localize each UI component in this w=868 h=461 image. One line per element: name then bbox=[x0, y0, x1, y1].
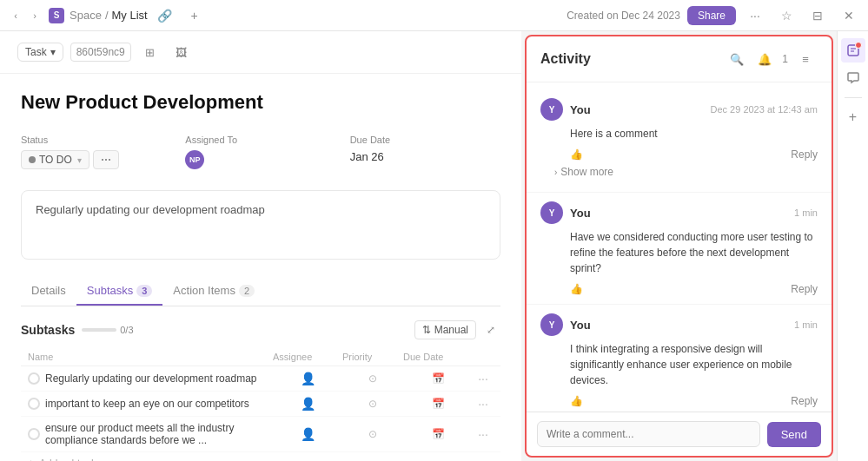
col-actions bbox=[473, 352, 494, 362]
close-icon[interactable]: ✕ bbox=[837, 3, 861, 28]
comment-header: Y You Dec 29 2023 at 12:43 am bbox=[540, 98, 818, 121]
expand-button[interactable]: ⤢ bbox=[481, 320, 500, 339]
sidebar-divider bbox=[845, 97, 862, 98]
subtask-menu-button[interactable]: ··· bbox=[473, 427, 494, 441]
status-badge[interactable]: TO DO ▾ bbox=[21, 150, 89, 169]
nav-back[interactable]: ‹ bbox=[7, 7, 24, 24]
add-tab-icon[interactable]: + bbox=[182, 3, 207, 28]
task-content: New Product Development Status TO DO ▾ ⋯ bbox=[0, 74, 521, 461]
tab-subtasks-label: Subtasks bbox=[87, 284, 133, 297]
subtask-assignee[interactable]: 👤 bbox=[273, 397, 342, 411]
reply-button[interactable]: Reply bbox=[791, 395, 818, 407]
minimize-icon[interactable]: ⊟ bbox=[805, 3, 830, 28]
comment-input[interactable] bbox=[537, 421, 760, 447]
comment-user: You bbox=[570, 319, 591, 332]
comment-user: You bbox=[570, 103, 591, 116]
reply-button[interactable]: Reply bbox=[791, 283, 818, 295]
subtask-name-text: important to keep an eye on our competit… bbox=[45, 398, 249, 410]
comment-text: Here is a comment bbox=[540, 126, 818, 142]
subtask-status-icon[interactable] bbox=[28, 372, 40, 385]
subtasks-table: Name Assignee Priority Due date Regularl… bbox=[21, 348, 500, 461]
subtask-menu-button[interactable]: ··· bbox=[473, 372, 494, 385]
due-date-text[interactable]: Jan 26 bbox=[350, 150, 384, 163]
activity-composer: Send bbox=[527, 412, 832, 456]
tab-subtasks[interactable]: Subtasks 3 bbox=[76, 277, 163, 306]
nav-forward[interactable]: › bbox=[26, 7, 43, 24]
comment-header: Y You 1 min bbox=[540, 313, 818, 336]
comment-user: You bbox=[570, 207, 591, 220]
subtask-assignee[interactable]: 👤 bbox=[273, 372, 342, 385]
like-button[interactable]: 👍 bbox=[570, 148, 583, 161]
show-more-button[interactable]: › Show more bbox=[540, 161, 818, 183]
subtask-name[interactable]: Regularly updating our development roadm… bbox=[28, 372, 273, 385]
status-value: TO DO ▾ ⋯ bbox=[21, 150, 171, 169]
priority-icon: ⊙ bbox=[368, 372, 377, 385]
tab-action-items[interactable]: Action Items 2 bbox=[162, 277, 265, 306]
reply-button[interactable]: Reply bbox=[791, 148, 818, 161]
activity-header: Activity 🔍 🔔 1 ≡ bbox=[527, 36, 832, 82]
comment-header: Y You 1 min bbox=[540, 201, 818, 224]
image-icon[interactable]: 🖼 bbox=[169, 40, 194, 64]
status-extra-badge[interactable]: ⋯ bbox=[93, 150, 119, 169]
show-more-label: Show more bbox=[560, 166, 613, 178]
assignee-icon: 👤 bbox=[301, 372, 315, 385]
subtask-due-date[interactable]: 📅 bbox=[403, 398, 473, 410]
chat-sidebar-button[interactable] bbox=[841, 66, 865, 90]
avatar: Y bbox=[540, 313, 563, 336]
task-type-button[interactable]: Task ▾ bbox=[17, 43, 63, 62]
subtask-assignee[interactable]: 👤 bbox=[273, 427, 342, 441]
link-icon[interactable]: 🔗 bbox=[153, 3, 177, 28]
col-name: Name bbox=[28, 352, 273, 362]
comment-item: Y You Dec 29 2023 at 12:43 am Here is a … bbox=[527, 89, 832, 193]
tab-details[interactable]: Details bbox=[21, 277, 76, 306]
layout-icon[interactable]: ⊞ bbox=[138, 40, 162, 64]
task-description[interactable]: Regularly updating our development roadm… bbox=[21, 190, 500, 260]
subtask-name[interactable]: ensure our product meets all the industr… bbox=[28, 422, 273, 446]
subtask-due-date[interactable]: 📅 bbox=[403, 428, 473, 440]
star-icon[interactable]: ☆ bbox=[774, 3, 798, 28]
subtask-status-icon[interactable] bbox=[28, 428, 40, 440]
search-icon[interactable]: 🔍 bbox=[725, 47, 749, 71]
assignee-icon: 👤 bbox=[301, 427, 315, 441]
subtask-priority[interactable]: ⊙ bbox=[342, 398, 403, 410]
sort-icon: ⇅ bbox=[422, 324, 431, 336]
comment-time: Dec 29 2023 at 12:43 am bbox=[710, 104, 818, 115]
comment-time: 1 min bbox=[794, 207, 818, 218]
priority-icon: ⊙ bbox=[368, 428, 377, 440]
add-subtask-label: Add subtask bbox=[39, 458, 96, 461]
manual-label: Manual bbox=[434, 324, 468, 336]
filter-icon[interactable]: ≡ bbox=[793, 47, 818, 71]
assignee-field: Assigned to NP bbox=[185, 135, 335, 169]
activity-header-icons: 🔍 🔔 1 ≡ bbox=[725, 47, 818, 71]
breadcrumb: Space / My List bbox=[70, 9, 148, 22]
bell-icon[interactable]: 🔔 bbox=[752, 47, 777, 71]
subtask-name[interactable]: important to keep an eye on our competit… bbox=[28, 398, 273, 410]
status-extra-icon: ⋯ bbox=[101, 154, 111, 166]
due-date-field: Due Date Jan 26 bbox=[350, 135, 500, 169]
manual-button[interactable]: ⇅ Manual bbox=[414, 320, 476, 339]
status-chevron-icon: ▾ bbox=[77, 155, 82, 165]
share-button[interactable]: Share bbox=[687, 6, 736, 25]
subtask-menu-button[interactable]: ··· bbox=[473, 397, 494, 411]
send-button[interactable]: Send bbox=[767, 422, 821, 447]
subtask-status-icon[interactable] bbox=[28, 398, 40, 410]
calendar-icon: 📅 bbox=[432, 398, 445, 410]
subtask-due-date[interactable]: 📅 bbox=[403, 372, 473, 385]
status-label: Status bbox=[21, 135, 171, 145]
like-button[interactable]: 👍 bbox=[570, 283, 583, 295]
more-icon[interactable]: ··· bbox=[743, 3, 767, 28]
activity-sidebar-button[interactable] bbox=[841, 38, 865, 63]
subtask-priority[interactable]: ⊙ bbox=[342, 372, 403, 385]
list-name[interactable]: My List bbox=[112, 9, 148, 22]
status-text: TO DO bbox=[39, 154, 72, 166]
add-sidebar-button[interactable]: + bbox=[841, 105, 865, 129]
avatar: Y bbox=[540, 98, 563, 121]
avatar[interactable]: NP bbox=[185, 150, 204, 169]
assignee-value: NP bbox=[185, 150, 335, 169]
subtask-priority[interactable]: ⊙ bbox=[342, 428, 403, 440]
subtask-name-text: Regularly updating our development roadm… bbox=[45, 372, 257, 385]
like-button[interactable]: 👍 bbox=[570, 395, 583, 407]
space-name[interactable]: Space bbox=[70, 9, 102, 22]
tab-details-label: Details bbox=[31, 284, 66, 297]
add-subtask-button[interactable]: + Add subtask bbox=[21, 452, 500, 461]
